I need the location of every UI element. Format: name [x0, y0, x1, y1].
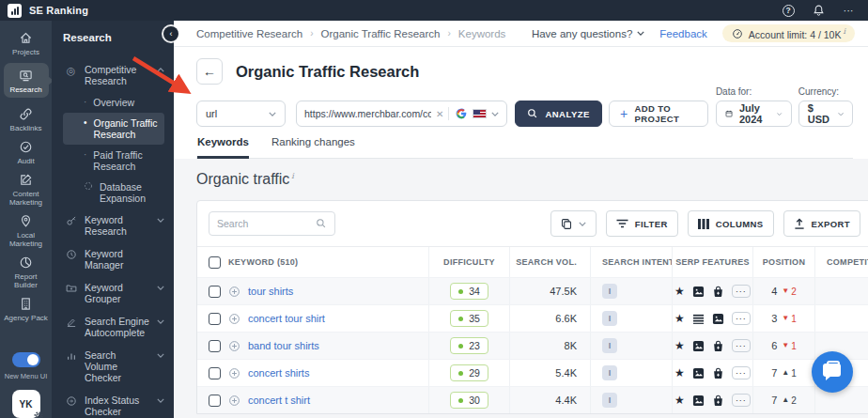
keyword-link[interactable]: concert t shirt [248, 395, 310, 406]
search-volume: 8K [565, 340, 577, 351]
sidebar-item-database-expansion[interactable]: Database Expansion [63, 177, 166, 209]
green-dot-icon [458, 344, 463, 348]
position-value: 3 [771, 313, 777, 324]
sidebar-item-paid-traffic-research[interactable]: · Paid Traffic Research [63, 145, 166, 177]
add-keyword-icon[interactable] [228, 313, 240, 325]
add-to-project-button[interactable]: + ADD TO PROJECT [609, 101, 708, 127]
tab-ranking-changes[interactable]: Ranking changes [271, 136, 355, 158]
sidebar-item-keyword-research[interactable]: Keyword Research [63, 209, 166, 242]
bullet-marker: • [84, 117, 87, 129]
keyword-link[interactable]: tour shirts [248, 286, 293, 297]
col-intent: SEARCH INTENT [602, 257, 672, 267]
add-keyword-icon[interactable] [228, 395, 240, 407]
sidebar-item-index-status-checker[interactable]: Index Status Checker [63, 389, 166, 418]
star-icon: ★ [674, 313, 685, 324]
more-serp-features[interactable]: ··· [732, 312, 751, 325]
sidebar-item-overview[interactable]: · Overview [63, 92, 166, 113]
collapse-sidebar-button[interactable]: ‹ [163, 26, 178, 41]
add-keyword-icon[interactable] [228, 340, 240, 352]
row-checkbox[interactable] [209, 395, 221, 407]
sidebar-item-search-engine-autocomplete[interactable]: Search Engine Autocomplete [63, 310, 166, 344]
bar-chart-icon [65, 349, 77, 362]
copy-dropdown-button[interactable] [550, 210, 597, 237]
table-header-row: KEYWORD (510) DIFFICULTY SEARCH VOL. SEA… [197, 247, 868, 277]
new-menu-toggle[interactable] [12, 352, 40, 367]
sidebar-item-keyword-grouper[interactable]: Keyword Grouper [63, 276, 166, 310]
brand-name: SE Ranking [29, 5, 88, 16]
analyze-button[interactable]: ANALYZE [515, 101, 602, 127]
search-volume: 4.4K [555, 395, 577, 406]
table-search[interactable] [209, 211, 335, 236]
pie-chart-icon [19, 255, 33, 270]
filter-button[interactable]: FILTER [606, 210, 678, 237]
position-value: 6 [771, 340, 777, 351]
rail-item-content-marketing[interactable]: Content Marketing [4, 172, 49, 207]
feedback-link[interactable]: Feedback [659, 28, 707, 39]
clear-x-icon[interactable]: ✕ [436, 109, 443, 119]
search-input[interactable] [217, 218, 316, 229]
breadcrumb-organic-traffic-research[interactable]: Organic Traffic Research [320, 28, 440, 39]
bell-icon[interactable] [812, 4, 825, 17]
row-checkbox[interactable] [209, 313, 221, 325]
copy-icon [561, 218, 572, 230]
star-icon: ★ [674, 367, 685, 379]
columns-button[interactable]: COLUMNS [688, 210, 774, 237]
index-status-icon [65, 395, 77, 407]
chevron-down-icon [579, 222, 586, 226]
google-g-icon [455, 107, 468, 120]
user-avatar[interactable]: YK [12, 390, 40, 418]
keyword-link[interactable]: concert tour shirt [248, 313, 325, 324]
help-icon[interactable]: ? [782, 4, 795, 17]
position-change: ▼1 [782, 341, 796, 351]
sidebar-item-organic-traffic-research[interactable]: • Organic Traffic Research [63, 113, 164, 145]
rail-item-projects[interactable]: Projects [4, 30, 49, 56]
position-change: ▼1 [782, 314, 796, 324]
more-serp-features[interactable]: ··· [732, 366, 751, 379]
table-row: concert shirts 29 5.4K I ★ ··· 7▲1 [197, 359, 868, 386]
map-pin-icon [19, 213, 33, 228]
sidebar-item-competitive-research[interactable]: ◎ Competitive Research [63, 58, 166, 92]
row-checkbox[interactable] [209, 286, 221, 298]
rail-item-local-marketing[interactable]: Local Marketing [4, 213, 49, 248]
list-icon [692, 313, 705, 325]
back-button[interactable]: ← [196, 58, 223, 85]
rail-item-agency-pack[interactable]: Agency Pack [4, 296, 49, 322]
folder-icon [65, 282, 77, 294]
more-icon[interactable]: ··· [842, 4, 855, 17]
url-input[interactable]: ✕ [296, 101, 507, 127]
export-button[interactable]: EXPORT [783, 210, 860, 237]
add-keyword-icon[interactable] [228, 286, 240, 298]
tab-bar: Keywords Ranking changes [196, 136, 853, 159]
more-serp-features[interactable]: ··· [732, 285, 751, 298]
sidebar-item-keyword-manager[interactable]: Keyword Manager [63, 242, 166, 276]
more-serp-features[interactable]: ··· [732, 339, 751, 352]
shopping-bag-icon [712, 395, 724, 407]
rail-item-backlinks[interactable]: Backlinks [4, 106, 49, 132]
tab-keywords[interactable]: Keywords [197, 136, 249, 159]
more-serp-features[interactable]: ··· [732, 394, 751, 407]
date-select[interactable]: July 2024 [716, 101, 792, 127]
section-title: Organic traffici [196, 171, 868, 188]
row-checkbox[interactable] [209, 367, 221, 379]
chat-widget-button[interactable] [812, 351, 853, 393]
sidebar-item-search-volume-checker[interactable]: Search Volume Checker [63, 344, 166, 389]
table-row: band tour shirts 23 8K I ★ ··· 6▼1 [197, 332, 868, 359]
rail-item-report-builder[interactable]: Report Builder [4, 255, 49, 289]
rail-item-audit[interactable]: Audit [4, 139, 49, 165]
chevron-down-icon [269, 112, 276, 116]
col-keyword: KEYWORD (510) [228, 257, 298, 267]
breadcrumb-keywords: Keywords [458, 28, 506, 39]
have-questions-dropdown[interactable]: Have any questions? [532, 28, 644, 39]
breadcrumb-competitive-research[interactable]: Competitive Research [196, 28, 302, 39]
rail-item-research[interactable]: Research [4, 63, 49, 98]
select-all-checkbox[interactable] [209, 256, 221, 269]
row-checkbox[interactable] [209, 340, 221, 352]
currency-select[interactable]: $ USD [798, 101, 853, 127]
keyword-link[interactable]: band tour shirts [248, 340, 319, 351]
position-change: ▲1 [782, 368, 796, 379]
search-type-select[interactable]: url [196, 101, 286, 127]
account-limit-badge[interactable]: Account limit: 4 / 10Ki [722, 24, 855, 43]
add-keyword-icon[interactable] [228, 367, 240, 379]
se-ranking-logo[interactable] [8, 4, 22, 18]
keyword-link[interactable]: concert shirts [248, 367, 309, 379]
